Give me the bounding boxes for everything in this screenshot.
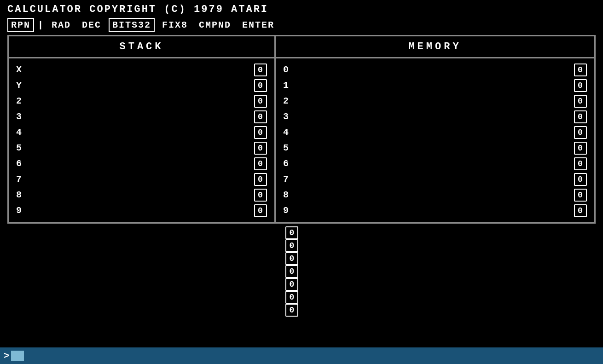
memory-label: 4 xyxy=(283,125,289,140)
extra-val-row: 0 xyxy=(285,265,603,278)
mode-cmpnd[interactable]: CMPND xyxy=(195,18,235,32)
stack-row: 40 xyxy=(16,125,267,140)
memory-value: 0 xyxy=(574,126,587,139)
memory-value: 0 xyxy=(574,142,587,155)
stack-value: 0 xyxy=(254,157,267,170)
extra-value: 0 xyxy=(285,291,298,304)
extra-val-row: 0 xyxy=(285,291,603,304)
app-title: CALCULATOR COPYRIGHT (C) 1979 ATARI xyxy=(7,4,268,15)
stack-body: X0Y02030405060708090 xyxy=(9,58,274,222)
memory-section: MEMORY 00102030405060708090 xyxy=(276,36,594,222)
mode-rad[interactable]: RAD xyxy=(48,18,75,32)
memory-value: 0 xyxy=(574,64,587,76)
mode-dec[interactable]: DEC xyxy=(78,18,105,32)
memory-value: 0 xyxy=(574,189,587,202)
stack-value: 0 xyxy=(254,142,267,155)
memory-row: 70 xyxy=(283,172,587,187)
extra-value: 0 xyxy=(285,265,298,278)
extra-value: 0 xyxy=(285,304,298,317)
stack-value: 0 xyxy=(254,189,267,202)
memory-row: 00 xyxy=(283,62,587,78)
screen: CALCULATOR COPYRIGHT (C) 1979 ATARI RPN … xyxy=(0,0,603,364)
stack-row: 50 xyxy=(16,140,267,156)
memory-body: 00102030405060708090 xyxy=(276,58,594,222)
stack-row: 80 xyxy=(16,187,267,203)
memory-value: 0 xyxy=(574,110,587,123)
stack-label: 6 xyxy=(16,156,22,172)
stack-row: 70 xyxy=(16,172,267,187)
extra-val-row: 0 xyxy=(285,304,603,317)
memory-label: 3 xyxy=(283,109,289,125)
main-table: STACK X0Y02030405060708090 MEMORY 001020… xyxy=(7,35,596,224)
memory-header: MEMORY xyxy=(276,36,594,58)
memory-value: 0 xyxy=(574,95,587,108)
stack-value: 0 xyxy=(254,204,267,217)
mode-rpn[interactable]: RPN xyxy=(7,18,34,32)
extra-val-row: 0 xyxy=(285,239,603,252)
memory-row: 40 xyxy=(283,125,587,140)
stack-row: X0 xyxy=(16,62,267,78)
memory-row: 10 xyxy=(283,78,587,93)
memory-label: 2 xyxy=(283,93,289,109)
memory-label: 1 xyxy=(283,78,289,93)
extra-value: 0 xyxy=(285,252,298,265)
memory-label: 6 xyxy=(283,156,289,172)
stack-value: 0 xyxy=(254,110,267,123)
memory-row: 50 xyxy=(283,140,587,156)
stack-section: STACK X0Y02030405060708090 xyxy=(9,36,276,222)
memory-label: 0 xyxy=(283,62,289,78)
stack-row: Y0 xyxy=(16,78,267,93)
memory-row: 90 xyxy=(283,203,587,219)
stack-label: 7 xyxy=(16,172,22,187)
stack-label: 4 xyxy=(16,125,22,140)
stack-label: 3 xyxy=(16,109,22,125)
status-bar: > xyxy=(0,347,603,364)
mode-bar: RPN | RAD DEC BITS32 FIX8 CMPND ENTER xyxy=(0,17,603,35)
stack-value: 0 xyxy=(254,173,267,186)
stack-label: 9 xyxy=(16,203,22,219)
memory-value: 0 xyxy=(574,173,587,186)
stack-value: 0 xyxy=(254,64,267,76)
mode-bits532[interactable]: BITS32 xyxy=(109,18,155,32)
stack-row: 90 xyxy=(16,203,267,219)
stack-label: Y xyxy=(16,78,22,93)
extra-val-row: 0 xyxy=(285,226,603,239)
extra-value: 0 xyxy=(285,239,298,252)
stack-header: STACK xyxy=(9,36,274,58)
extra-val-row: 0 xyxy=(285,252,603,265)
stack-row: 20 xyxy=(16,93,267,109)
stack-label: X xyxy=(16,62,22,78)
stack-label: 5 xyxy=(16,140,22,156)
memory-label: 7 xyxy=(283,172,289,187)
stack-label: 2 xyxy=(16,93,22,109)
stack-value: 0 xyxy=(254,126,267,139)
extra-value: 0 xyxy=(285,226,298,239)
extra-values: 0000000 xyxy=(285,224,603,317)
stack-label: 8 xyxy=(16,187,22,203)
memory-value: 0 xyxy=(574,204,587,217)
memory-label: 9 xyxy=(283,203,289,219)
memory-row: 60 xyxy=(283,156,587,172)
title-bar: CALCULATOR COPYRIGHT (C) 1979 ATARI xyxy=(0,0,603,17)
extra-value: 0 xyxy=(285,278,298,291)
stack-row: 30 xyxy=(16,109,267,125)
stack-row: 60 xyxy=(16,156,267,172)
mode-enter[interactable]: ENTER xyxy=(238,18,278,32)
stack-value: 0 xyxy=(254,95,267,108)
memory-row: 80 xyxy=(283,187,587,203)
mode-fix8[interactable]: FIX8 xyxy=(158,18,191,32)
status-prompt: > xyxy=(4,351,9,361)
memory-row: 30 xyxy=(283,109,587,125)
status-cursor xyxy=(11,351,24,361)
memory-row: 20 xyxy=(283,93,587,109)
memory-label: 8 xyxy=(283,187,289,203)
memory-value: 0 xyxy=(574,79,587,92)
stack-value: 0 xyxy=(254,79,267,92)
memory-label: 5 xyxy=(283,140,289,156)
memory-value: 0 xyxy=(574,157,587,170)
extra-val-row: 0 xyxy=(285,278,603,291)
